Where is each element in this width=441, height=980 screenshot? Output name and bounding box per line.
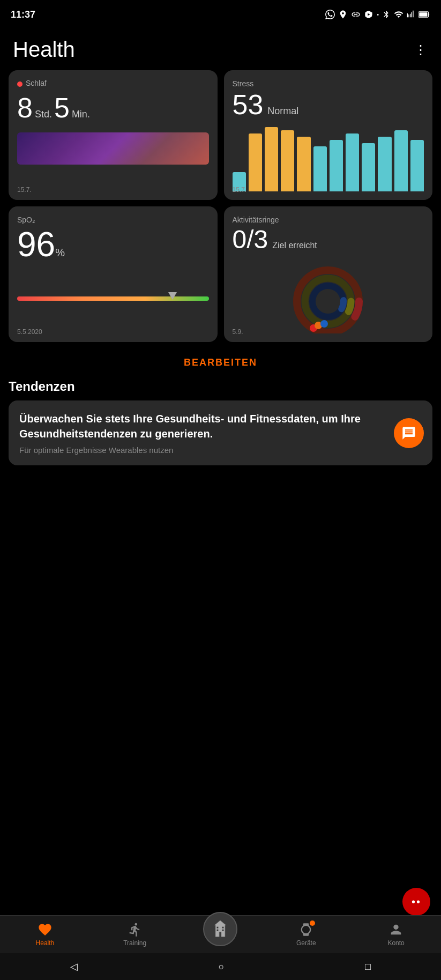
notification-dot: • (377, 12, 379, 18)
sleep-date: 15.7. (17, 186, 32, 194)
youtube-icon (364, 10, 373, 19)
nav-geraete[interactable]: Geräte (285, 922, 327, 947)
stress-bars (233, 127, 424, 191)
sleep-hours: 8 (17, 92, 33, 124)
spo2-title: SpO₂ (17, 216, 35, 224)
spo2-number: 96 (17, 225, 55, 264)
tendenzen-title: Tendenzen (9, 379, 432, 394)
stress-bar-item (281, 130, 294, 191)
svg-rect-14 (222, 930, 224, 931)
nav-geraete-label: Geräte (296, 939, 316, 947)
status-bar: 11:37 • (0, 0, 441, 27)
building-icon (211, 919, 230, 939)
system-nav: ◁ ○ □ (0, 953, 441, 980)
stress-title: Stress (233, 79, 254, 88)
tendenzen-section: Tendenzen Überwachen Sie stets Ihre Gesu… (0, 379, 441, 465)
stress-value: 53 Normal (233, 88, 424, 121)
sleep-title: Schlaf (26, 79, 47, 87)
training-icon (128, 922, 143, 937)
back-button[interactable]: ◁ (70, 961, 78, 972)
person-icon (388, 922, 403, 937)
activity-rings (233, 258, 424, 333)
location-icon (338, 10, 348, 19)
home-button[interactable]: ○ (219, 961, 225, 972)
stress-bar-item (346, 133, 359, 191)
spo2-slider (17, 296, 209, 301)
activity-value: 0/3 Ziel erreicht (233, 225, 424, 254)
sleep-hours-unit: Std. (35, 109, 52, 120)
bottom-nav: Health Training Geräte (0, 915, 441, 953)
svg-rect-13 (217, 930, 219, 931)
svg-rect-12 (222, 927, 224, 929)
link-icon (351, 10, 361, 19)
svg-point-10 (320, 320, 328, 328)
bluetooth-icon (382, 10, 391, 19)
stress-bar-item (394, 130, 408, 191)
stress-card[interactable]: Stress 53 Normal 15.7. (224, 70, 433, 200)
konto-icon (388, 922, 403, 937)
stress-bar-item (410, 140, 424, 191)
heart-icon (38, 922, 53, 937)
activity-card[interactable]: Aktivitätsringe 0/3 Ziel erreicht (224, 206, 433, 342)
battery-icon (418, 11, 430, 18)
svg-point-6 (312, 286, 343, 317)
stress-bar-item (297, 137, 310, 191)
stress-bar-item (330, 140, 343, 191)
activity-title: Aktivitätsringe (233, 216, 279, 224)
wifi-icon (394, 10, 403, 19)
svg-rect-1 (419, 12, 427, 17)
nav-konto-label: Konto (387, 939, 404, 947)
nav-training-label: Training (123, 939, 146, 947)
svg-rect-11 (217, 927, 219, 929)
spo2-thumb (168, 292, 177, 300)
sleep-value: 8 Std. 5 Min. (17, 92, 209, 124)
stress-bar-item (313, 146, 327, 191)
sleep-minutes: 5 (54, 92, 70, 124)
spo2-date: 5.5.2020 (17, 328, 42, 336)
activity-date: 5.9. (233, 328, 243, 336)
status-icons: • (325, 10, 430, 19)
activity-number: 0/3 (233, 225, 268, 254)
nav-health[interactable]: Health (24, 922, 66, 947)
nav-center[interactable] (203, 912, 237, 946)
stress-label: Normal (267, 106, 298, 117)
page-title: Health (13, 38, 75, 62)
chat-icon (401, 426, 416, 441)
stress-bar-item (378, 137, 391, 191)
cards-grid: Schlaf 8 Std. 5 Min. 15.7. Stress 53 Nor… (0, 70, 441, 342)
more-fab-button[interactable]: •• (402, 888, 430, 916)
menu-button[interactable]: ⋮ (414, 42, 428, 57)
sleep-minutes-unit: Min. (72, 109, 90, 120)
run-icon (128, 922, 143, 937)
sleep-bar (17, 132, 209, 165)
nav-konto[interactable]: Konto (375, 922, 417, 947)
health-icon (38, 922, 53, 937)
sleep-header: Schlaf (17, 79, 209, 90)
nav-training[interactable]: Training (114, 922, 156, 947)
stress-bar-item (362, 143, 375, 191)
recent-button[interactable]: □ (365, 961, 371, 972)
chat-fab-button[interactable] (394, 418, 424, 448)
tendenzen-sub-text: Für optimale Ergebnisse Wearables nutzen (19, 446, 422, 455)
stress-bar-item (249, 133, 262, 191)
tendenzen-card[interactable]: Überwachen Sie stets Ihre Gesundheits- u… (9, 400, 432, 465)
bearbeiten-container: BEARBEITEN (0, 342, 441, 379)
geraete-badge-dot (310, 920, 315, 926)
bearbeiten-button[interactable]: BEARBEITEN (184, 357, 257, 368)
spo2-track (17, 296, 209, 301)
activity-label: Ziel erreicht (272, 241, 317, 250)
header: Health ⋮ (0, 27, 441, 70)
spo2-value: 96 % (17, 225, 209, 264)
signal-icon (407, 10, 415, 19)
sleep-card[interactable]: Schlaf 8 Std. 5 Min. 15.7. (9, 70, 218, 200)
more-icon: •• (412, 896, 421, 908)
stress-bar-item (265, 127, 278, 191)
nav-health-label: Health (36, 939, 55, 947)
spo2-card[interactable]: SpO₂ 96 % 5.5.2020 (9, 206, 218, 342)
tendenzen-main-text: Überwachen Sie stets Ihre Gesundheits- u… (19, 411, 422, 441)
stress-date: 15.7. (233, 186, 247, 194)
status-time: 11:37 (11, 9, 35, 20)
whatsapp-icon (325, 10, 335, 19)
activity-rings-svg (285, 258, 371, 333)
geraete-icon (298, 922, 313, 937)
